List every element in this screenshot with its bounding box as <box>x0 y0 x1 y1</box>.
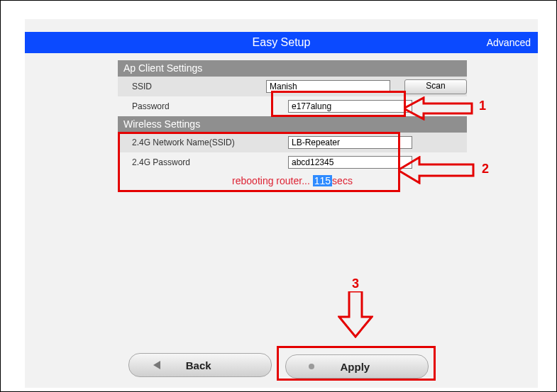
annotation-box-1 <box>271 91 406 117</box>
svg-marker-2 <box>339 291 372 337</box>
back-label: Back <box>186 359 211 371</box>
page-root: Easy Setup Advanced Ap Client Settings S… <box>0 0 557 392</box>
page-title: Easy Setup <box>25 36 538 49</box>
svg-marker-1 <box>398 157 473 183</box>
ap-password-label: Password <box>118 96 288 116</box>
advanced-link[interactable]: Advanced <box>487 37 531 48</box>
title-bar: Easy Setup Advanced <box>25 32 538 53</box>
back-button[interactable]: Back <box>128 353 272 377</box>
annotation-label-2: 2 <box>482 162 489 177</box>
annotation-label-3: 3 <box>352 276 359 291</box>
ssid-label: SSID <box>118 77 266 96</box>
annotation-arrow-1 <box>404 96 475 121</box>
back-arrow-icon <box>153 361 160 369</box>
annotation-box-2 <box>118 132 400 192</box>
annotation-arrow-2 <box>398 156 476 184</box>
annotation-box-3 <box>277 346 436 381</box>
annotation-label-1: 1 <box>479 99 486 113</box>
svg-marker-0 <box>404 98 472 119</box>
scan-button[interactable]: Scan <box>404 79 467 94</box>
ap-client-header: Ap Client Settings <box>118 60 467 77</box>
annotation-arrow-3 <box>338 291 373 338</box>
